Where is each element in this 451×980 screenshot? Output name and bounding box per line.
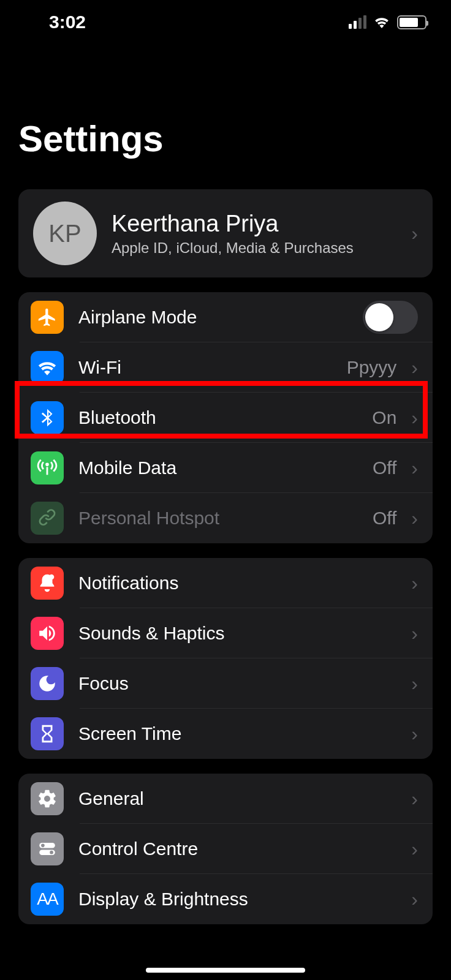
system-section: General › Control Centre › AA Display & … (18, 774, 433, 924)
wifi-status-icon (373, 13, 391, 31)
mobile-data-label: Mobile Data (78, 458, 358, 478)
airplane-label: Airplane Mode (78, 307, 348, 328)
chevron-right-icon: › (411, 356, 418, 379)
screen-time-label: Screen Time (78, 723, 396, 744)
chevron-right-icon: › (411, 838, 418, 861)
notifications-label: Notifications (78, 573, 396, 594)
focus-label: Focus (78, 673, 396, 694)
chevron-right-icon: › (411, 457, 418, 480)
chevron-right-icon: › (411, 723, 418, 745)
hourglass-icon (31, 717, 64, 750)
status-bar: 3:02 (0, 0, 451, 44)
control-centre-row[interactable]: Control Centre › (18, 824, 433, 874)
profile-row[interactable]: KP Keerthana Priya Apple ID, iCloud, Med… (18, 189, 433, 277)
antenna-icon (31, 451, 64, 484)
wifi-row[interactable]: Wi-Fi Ppyyy › (18, 342, 433, 393)
svg-point-2 (41, 844, 45, 848)
chevron-right-icon: › (411, 407, 418, 429)
battery-icon (397, 15, 426, 29)
bell-icon (31, 567, 64, 600)
chevron-right-icon: › (411, 888, 418, 911)
screen-time-row[interactable]: Screen Time › (18, 709, 433, 759)
sounds-label: Sounds & Haptics (78, 623, 396, 644)
bluetooth-icon (31, 401, 64, 434)
home-indicator[interactable] (146, 968, 305, 973)
profile-name: Keerthana Priya (112, 211, 396, 237)
focus-row[interactable]: Focus › (18, 658, 433, 709)
display-row[interactable]: AA Display & Brightness › (18, 874, 433, 924)
general-row[interactable]: General › (18, 774, 433, 824)
hotspot-value: Off (373, 508, 396, 529)
bluetooth-value: On (372, 407, 396, 428)
chevron-right-icon: › (411, 788, 418, 810)
svg-point-4 (50, 851, 53, 854)
airplane-toggle[interactable] (363, 301, 418, 334)
display-label: Display & Brightness (78, 889, 396, 910)
airplane-mode-row[interactable]: Airplane Mode (18, 292, 433, 342)
speaker-icon (31, 617, 64, 650)
control-centre-label: Control Centre (78, 839, 396, 859)
personal-hotspot-row[interactable]: Personal Hotspot Off › (18, 493, 433, 543)
status-time: 3:02 (49, 12, 86, 32)
moon-icon (31, 667, 64, 700)
bluetooth-label: Bluetooth (78, 407, 357, 428)
airplane-icon (31, 301, 64, 334)
cellular-signal-icon (349, 15, 366, 29)
network-section: Airplane Mode Wi-Fi Ppyyy › Bluetooth On… (18, 292, 433, 543)
mobile-data-value: Off (373, 458, 396, 478)
general-label: General (78, 788, 396, 809)
status-icons (349, 13, 426, 31)
notifications-row[interactable]: Notifications › (18, 558, 433, 608)
attention-section: Notifications › Sounds & Haptics › Focus… (18, 558, 433, 759)
sounds-row[interactable]: Sounds & Haptics › (18, 608, 433, 658)
svg-point-0 (49, 575, 55, 580)
text-size-icon: AA (31, 883, 64, 916)
chevron-right-icon: › (411, 222, 418, 245)
gear-icon (31, 782, 64, 815)
bluetooth-row[interactable]: Bluetooth On › (18, 393, 433, 443)
wifi-icon (31, 351, 64, 384)
avatar: KP (33, 202, 97, 265)
chevron-right-icon: › (411, 572, 418, 595)
profile-section: KP Keerthana Priya Apple ID, iCloud, Med… (18, 189, 433, 277)
chevron-right-icon: › (411, 673, 418, 695)
wifi-value: Ppyyy (347, 357, 397, 378)
mobile-data-row[interactable]: Mobile Data Off › (18, 443, 433, 493)
toggles-icon (31, 832, 64, 865)
chevron-right-icon: › (411, 622, 418, 645)
page-title: Settings (0, 44, 451, 175)
link-icon (31, 502, 64, 535)
hotspot-label: Personal Hotspot (78, 508, 358, 529)
chevron-right-icon: › (411, 507, 418, 530)
profile-subtitle: Apple ID, iCloud, Media & Purchases (112, 239, 396, 257)
wifi-label: Wi-Fi (78, 357, 332, 378)
